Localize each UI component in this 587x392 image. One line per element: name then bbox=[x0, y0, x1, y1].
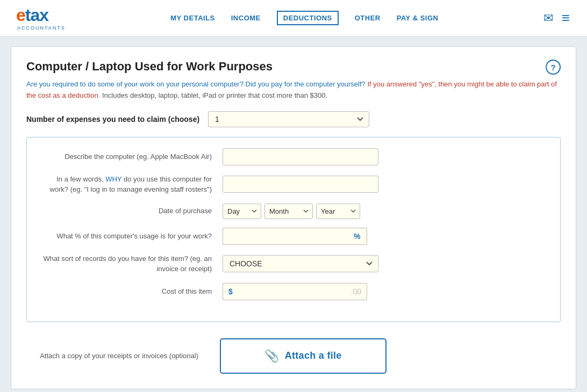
date-label: Date of purchase bbox=[40, 206, 223, 216]
expenses-row: Number of expenses you need to claim (ch… bbox=[26, 111, 561, 127]
why-row: In a few words, WHY do you use this comp… bbox=[40, 174, 547, 195]
describe-label: Describe the computer (eg. Apple MacBook… bbox=[40, 151, 223, 162]
content-card: Computer / Laptop Used for Work Purposes… bbox=[11, 46, 576, 389]
pct-control: % bbox=[223, 228, 547, 245]
form-box: Describe the computer (eg. Apple MacBook… bbox=[26, 137, 561, 322]
main-nav: MY DETAILS INCOME DEDUCTIONS OTHER PAY &… bbox=[170, 11, 438, 25]
cost-prefix-label: $ bbox=[223, 283, 238, 300]
pct-row: What % of this computer's usage is for y… bbox=[40, 228, 547, 245]
pct-input[interactable] bbox=[223, 228, 347, 245]
cost-suffix-label: .00 bbox=[346, 283, 367, 300]
nav-income[interactable]: INCOME bbox=[231, 14, 261, 22]
attach-row: Attach a copy of your receipts or invoic… bbox=[26, 333, 561, 374]
date-month-select[interactable]: Month JanuaryFebruary MarchApril MayJune… bbox=[264, 204, 313, 219]
cost-input[interactable] bbox=[238, 283, 346, 300]
logo: etax ACCOUNTANTS bbox=[16, 5, 66, 31]
logo-subtitle: ACCOUNTANTS bbox=[17, 25, 66, 31]
page-title: Computer / Laptop Used for Work Purposes bbox=[26, 60, 273, 74]
nav-my-details[interactable]: MY DETAILS bbox=[170, 14, 215, 22]
pct-suffix-label: % bbox=[347, 228, 367, 245]
attach-button[interactable]: 📎 Attach a file bbox=[220, 338, 386, 374]
nav-other[interactable]: OTHER bbox=[355, 14, 381, 22]
logo-text: etax bbox=[16, 5, 48, 25]
why-label-part1: In a few words, WHY do you use this comp… bbox=[49, 175, 212, 194]
records-control: CHOOSE Invoice Receipt Bank Statement Ot… bbox=[223, 255, 547, 272]
date-selects: Day 123 456 789 101112 131415 161718 192… bbox=[223, 204, 547, 219]
describe-control bbox=[223, 148, 547, 165]
help-button[interactable]: ? bbox=[546, 60, 561, 75]
records-select[interactable]: CHOOSE Invoice Receipt Bank Statement Ot… bbox=[223, 255, 378, 272]
page-title-row: Computer / Laptop Used for Work Purposes… bbox=[26, 60, 561, 79]
pct-label: What % of this computer's usage is for y… bbox=[40, 231, 223, 242]
attach-btn-label: Attach a file bbox=[285, 350, 342, 361]
date-control: Day 123 456 789 101112 131415 161718 192… bbox=[223, 204, 547, 219]
header-icons: ✉ ≡ bbox=[543, 10, 571, 26]
nav-pay-sign[interactable]: PAY & SIGN bbox=[397, 14, 439, 22]
main-content: Computer / Laptop Used for Work Purposes… bbox=[0, 37, 587, 392]
cost-label: Cost of this item bbox=[40, 286, 223, 297]
date-row: Date of purchase Day 123 456 789 101112 … bbox=[40, 204, 547, 219]
menu-icon[interactable]: ≡ bbox=[562, 10, 571, 26]
records-row: What sort of records do you have for thi… bbox=[40, 253, 547, 274]
page-description: Are you required to do some of your work… bbox=[26, 79, 561, 101]
why-label: In a few words, WHY do you use this comp… bbox=[40, 174, 223, 195]
desc-part2: Includes desktop, laptop, tablet, iPad o… bbox=[102, 91, 327, 99]
describe-input[interactable] bbox=[223, 148, 378, 165]
records-label-text: What sort of records do you have for thi… bbox=[43, 255, 212, 273]
expenses-label: Number of expenses you need to claim (ch… bbox=[26, 115, 199, 124]
attach-label: Attach a copy of your receipts or invoic… bbox=[26, 352, 209, 360]
cost-control: $ .00 bbox=[223, 283, 547, 300]
date-year-select[interactable]: Year 20242023 20222021 20202019 20182017… bbox=[316, 204, 360, 219]
why-control bbox=[223, 176, 547, 193]
desc-part1: Are you required to do some of your work… bbox=[26, 80, 366, 88]
expenses-select[interactable]: 1 2 3 4 5 bbox=[208, 111, 369, 127]
mail-icon[interactable]: ✉ bbox=[543, 11, 553, 25]
why-input[interactable] bbox=[223, 176, 378, 193]
cost-wrapper: $ .00 bbox=[223, 283, 547, 300]
date-day-select[interactable]: Day 123 456 789 101112 131415 161718 192… bbox=[223, 204, 261, 219]
records-label: What sort of records do you have for thi… bbox=[40, 253, 223, 274]
describe-row: Describe the computer (eg. Apple MacBook… bbox=[40, 148, 547, 165]
cost-row: Cost of this item $ .00 bbox=[40, 283, 547, 300]
nav-deductions[interactable]: DEDUCTIONS bbox=[277, 11, 339, 25]
pct-wrapper: % bbox=[223, 228, 547, 245]
header: etax ACCOUNTANTS MY DETAILS INCOME DEDUC… bbox=[0, 0, 587, 37]
paperclip-icon: 📎 bbox=[264, 349, 279, 363]
